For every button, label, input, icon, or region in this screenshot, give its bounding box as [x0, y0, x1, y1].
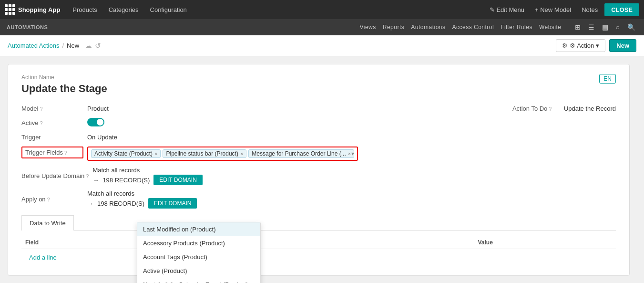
nav-automations[interactable]: Automations [411, 24, 445, 31]
scrollbar[interactable] [630, 64, 636, 276]
action-to-do-help-icon[interactable]: ? [549, 106, 552, 112]
col-field: Field [21, 236, 153, 249]
nav-products[interactable]: Products [68, 4, 102, 15]
form-title: Update the Stage [21, 83, 616, 95]
top-navigation: Shopping App Products Categories Configu… [0, 0, 644, 19]
active-help-icon[interactable]: ? [40, 120, 42, 126]
cloud-save-icon[interactable]: ☁ [85, 42, 92, 50]
tab-data-to-write[interactable]: Data to Write [21, 215, 74, 231]
breadcrumb-bar: Automated Actions / New ☁ ↺ ⚙ ⚙ Action ▾… [0, 35, 644, 56]
nav-website[interactable]: Website [539, 24, 562, 31]
dropdown-item-0[interactable]: Last Modified on (Product) [137, 222, 260, 236]
action-to-do-label: Action To Do ? [512, 104, 560, 112]
apply-on-records: → 198 RECORD(S) EDIT DOMAIN [87, 198, 197, 209]
before-update-label: Before Update Domain ? [21, 172, 89, 179]
add-line-button[interactable]: Add a line [25, 252, 61, 263]
tab-bar: Data to Write [21, 215, 616, 231]
app-logo[interactable]: Shopping App [5, 4, 60, 15]
remove-tag-pipeline-status[interactable]: × [240, 151, 243, 157]
nav-reports[interactable]: Reports [383, 24, 405, 31]
remove-tag-activity-state[interactable]: × [154, 151, 157, 157]
active-toggle[interactable] [87, 118, 104, 126]
pencil-icon: ✎ [490, 6, 497, 13]
before-update-content: Match all records → 198 RECORD(S) EDIT D… [92, 167, 202, 185]
trigger-fields-row: Trigger Fields ? Activity State (Product… [21, 147, 616, 161]
nav-views[interactable]: Views [359, 24, 376, 31]
dropdown-item-4[interactable]: Next Activity Calendar Event (Product) [137, 278, 260, 283]
apply-on-edit-domain-button[interactable]: EDIT DOMAIN [148, 198, 197, 209]
undo-icon[interactable]: ↺ [95, 42, 101, 50]
apply-on-label: Apply on ? [21, 196, 83, 203]
model-help-icon[interactable]: ? [40, 106, 42, 112]
tag-activity-state: Activity State (Product) × [91, 149, 161, 158]
apply-on-record-count: 198 RECORD(S) [97, 200, 144, 207]
breadcrumb-parent[interactable]: Automated Actions [8, 42, 59, 49]
new-model-link[interactable]: + New Model [531, 4, 575, 15]
close-button[interactable]: CLOSE [604, 3, 639, 16]
remove-tag-message-purchase[interactable]: × [348, 151, 351, 157]
view-icons: ⊞ ☰ ▤ ○ 🔍 [573, 22, 637, 32]
nav-categories[interactable]: Categories [104, 4, 143, 15]
before-update-help-icon[interactable]: ? [86, 173, 89, 179]
tag-message-purchase: Message for Purchase Order Line (... × [248, 149, 354, 158]
arrow-right-icon: → [92, 177, 99, 184]
active-label: Active ? [21, 118, 83, 126]
trigger-fields-input[interactable]: Activity State (Product) × Pipeline stat… [87, 147, 358, 161]
list-view-icon[interactable]: ☰ [586, 22, 596, 32]
data-table: Field Evaluation Type Value Add a line [21, 236, 616, 266]
breadcrumb-right-actions: ⚙ ⚙ Action ▾ New [556, 39, 636, 52]
top-nav-right: ✎ Edit Menu + New Model Notes CLOSE [486, 3, 639, 16]
trigger-label: Trigger [21, 132, 83, 141]
action-button[interactable]: ⚙ ⚙ Action ▾ [556, 39, 605, 52]
before-update-domain-row: Before Update Domain ? Match all records… [21, 167, 616, 185]
model-row: Model ? Product Action To Do ? Update th… [21, 104, 616, 112]
main-nav-links: Products Categories Configuration [68, 4, 485, 15]
breadcrumb-actions: ☁ ↺ [85, 42, 101, 50]
model-label: Model ? [21, 104, 83, 112]
language-badge[interactable]: EN [599, 74, 616, 84]
automations-label: AUTOMATIONS [7, 24, 359, 30]
before-update-records: → 198 RECORD(S) EDIT DOMAIN [92, 175, 202, 185]
new-button[interactable]: New [609, 39, 636, 52]
before-update-edit-domain-button[interactable]: EDIT DOMAIN [153, 175, 202, 185]
gear-icon: ⚙ [562, 42, 568, 49]
form-view-icon[interactable]: ▤ [600, 22, 610, 32]
model-value: Product [87, 104, 109, 112]
clock-icon[interactable]: ○ [614, 22, 622, 32]
trigger-fields-label: Trigger Fields ? [21, 147, 83, 158]
apply-on-help-icon[interactable]: ? [47, 197, 50, 202]
edit-menu-link[interactable]: ✎ Edit Menu [486, 4, 528, 15]
nav-configuration[interactable]: Configuration [145, 4, 192, 15]
before-update-match: Match all records [92, 167, 202, 174]
active-row: Active ? [21, 118, 616, 126]
trigger-fields-tags: Activity State (Product) × Pipeline stat… [91, 149, 354, 158]
chevron-down-icon: ▾ [596, 42, 599, 49]
col-value: Value [474, 236, 616, 249]
breadcrumb-current: New [67, 42, 79, 49]
dropdown-arrow-icon: ▾ [351, 150, 354, 157]
form-card: EN Action Name Update the Stage Model ? … [8, 64, 630, 276]
nav-access-control[interactable]: Access Control [452, 24, 494, 31]
apply-on-content: Match all records → 198 RECORD(S) EDIT D… [87, 190, 197, 209]
add-line-row: Add a line [21, 249, 616, 266]
action-name-label: Action Name [21, 74, 616, 81]
dropdown-item-1[interactable]: Accessory Products (Product) [137, 236, 260, 250]
dropdown-item-3[interactable]: Active (Product) [137, 264, 260, 278]
breadcrumb-separator: / [62, 42, 64, 49]
apply-on-row: Apply on ? Match all records → 198 RECOR… [21, 190, 616, 209]
apply-on-arrow-icon: → [87, 200, 93, 207]
toggle-switch[interactable] [87, 118, 104, 126]
app-name: Shopping App [18, 6, 60, 13]
kanban-view-icon[interactable]: ⊞ [573, 22, 583, 32]
notes-link[interactable]: Notes [578, 4, 602, 15]
trigger-fields-help-icon[interactable]: ? [64, 150, 67, 156]
breadcrumb: Automated Actions / New ☁ ↺ [8, 42, 556, 50]
nav-filter-rules[interactable]: Filter Rules [501, 24, 532, 31]
trigger-row: Trigger On Update [21, 132, 616, 141]
trigger-fields-dropdown[interactable]: Last Modified on (Product) Accessory Pro… [137, 222, 261, 283]
dropdown-item-2[interactable]: Account Tags (Product) [137, 250, 260, 264]
search-icon[interactable]: 🔍 [625, 22, 637, 32]
secondary-navigation: AUTOMATIONS Views Reports Automations Ac… [0, 19, 644, 35]
apply-on-match: Match all records [87, 190, 197, 197]
plus-icon: + [535, 6, 540, 13]
